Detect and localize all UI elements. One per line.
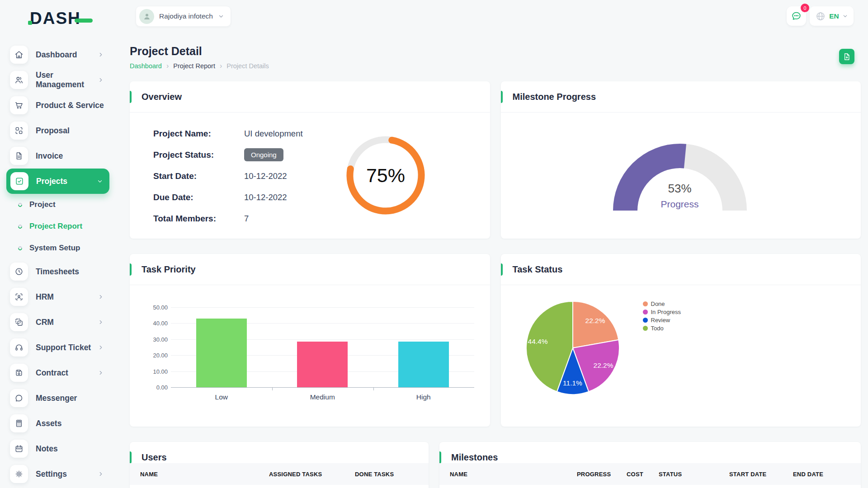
main-content: Project Detail Dashboard › Project Repor…: [122, 33, 868, 488]
column-header: DONE TASKS: [355, 471, 394, 478]
column-header: NAME: [140, 471, 269, 478]
legend-dot: [643, 326, 648, 331]
legend-item-review: Review: [643, 316, 681, 324]
milestone-progress-label: Progress: [613, 199, 747, 210]
milestones-card: Milestones NAME PROGRESS COST STATUS STA…: [439, 442, 861, 488]
sidebar-item-timesheets[interactable]: Timesheets: [0, 259, 122, 284]
pie-slice-label: 11.1%: [563, 379, 582, 387]
legend-label: In Progress: [651, 309, 681, 315]
sidebar-item-proposal[interactable]: Proposal: [0, 118, 122, 143]
breadcrumb-project-report[interactable]: Project Report: [173, 62, 215, 70]
app-logo[interactable]: DASH: [30, 10, 93, 27]
field-project-status: Project Status: Ongoing: [153, 144, 343, 165]
chevron-right-icon: [98, 319, 104, 325]
pie-slice-label: 44.4%: [528, 338, 548, 346]
task-priority-card: Task Priority 50.00 40.00 30.00 20.00 10…: [130, 254, 490, 427]
column-header: NAME: [450, 471, 577, 478]
breadcrumb: Dashboard › Project Report › Project Det…: [130, 62, 861, 70]
export-button[interactable]: [839, 49, 854, 64]
sidebar-item-label: Dashboard: [36, 50, 77, 60]
sidebar-item-invoice[interactable]: Invoice: [0, 143, 122, 169]
x-tick-label: Medium: [272, 393, 373, 401]
messages-button[interactable]: 0: [787, 6, 806, 26]
x-axis-labels: Low Medium High: [171, 393, 474, 401]
logo-dot: [28, 21, 32, 25]
sidebar-item-settings[interactable]: Settings: [0, 461, 122, 487]
chevron-right-icon: [98, 344, 104, 351]
headset-icon: [10, 338, 28, 357]
sidebar-item-assets[interactable]: Assets: [0, 411, 122, 436]
chevron-right-icon: [98, 77, 104, 83]
chevron-down-icon: [97, 178, 103, 184]
bullet-icon: [17, 202, 23, 208]
field-value: 10-12-2022: [244, 171, 287, 181]
sidebar-item-support-ticket[interactable]: Support Ticket: [0, 335, 122, 360]
legend-label: Todo: [651, 325, 664, 332]
sidebar-item-project[interactable]: Project: [0, 194, 122, 216]
company-selector[interactable]: Rajodiya infotech: [136, 6, 231, 27]
sidebar-item-messenger[interactable]: Messenger: [0, 385, 122, 411]
chevron-down-icon: [842, 13, 848, 19]
check-square-icon: [10, 172, 28, 190]
card-title: Task Status: [501, 254, 861, 285]
sidebar-item-label: Invoice: [36, 151, 63, 161]
sidebar-item-label: Messenger: [36, 394, 77, 403]
field-label: Due Date:: [153, 192, 244, 202]
sidebar-item-label: Assets: [36, 419, 61, 428]
completion-donut-chart: 75%: [342, 132, 429, 219]
pie-slice-label: 22.2%: [585, 317, 605, 325]
overlapping-squares-icon: [10, 313, 28, 331]
priority-bar: [398, 342, 449, 387]
sidebar-item-contract[interactable]: Contract: [0, 360, 122, 385]
breadcrumb-current: Project Details: [226, 62, 269, 70]
x-tick-label: High: [373, 393, 474, 401]
app-root: DASH Rajodiya infotech 0 EN: [0, 0, 868, 488]
sidebar-item-project-report[interactable]: Project Report: [0, 216, 122, 237]
invoice-icon: [10, 147, 28, 165]
chevron-right-icon: [98, 52, 104, 58]
sidebar-item-product-service[interactable]: Product & Service: [0, 93, 122, 118]
column-header: START DATE: [729, 471, 793, 478]
legend-item-done: Done: [643, 300, 681, 308]
chevron-separator-icon: ›: [220, 62, 222, 70]
sidebar: Dashboard User Management Product & Serv…: [0, 33, 122, 488]
sidebar-item-label: CRM: [36, 318, 54, 327]
priority-bar: [297, 342, 348, 387]
top-bar: DASH Rajodiya infotech 0 EN: [0, 0, 868, 33]
sidebar-item-label: User Management: [36, 70, 98, 89]
card-title: Milestone Progress: [501, 81, 861, 113]
sidebar-item-label: Project Report: [29, 222, 82, 231]
sidebar-item-label: Proposal: [36, 126, 70, 136]
task-status-pie-chart: 22.2% 22.2% 11.1% 44.4%: [525, 300, 620, 395]
chevron-down-icon: [218, 13, 224, 19]
overview-card: Overview Project Name: UI development Pr…: [130, 81, 490, 239]
field-label: Project Name:: [153, 129, 244, 139]
legend-item-todo: Todo: [643, 324, 681, 332]
sidebar-item-system-setup[interactable]: System Setup: [0, 237, 122, 259]
milestone-progress-card: Milestone Progress 53% Progress: [501, 81, 861, 239]
clock-icon: [10, 263, 28, 281]
milestones-table-header: NAME PROGRESS COST STATUS START DATE END…: [439, 463, 861, 485]
sidebar-item-projects[interactable]: Projects: [6, 169, 109, 194]
language-selector[interactable]: EN: [810, 6, 854, 26]
field-label: Project Status:: [153, 150, 244, 160]
sidebar-item-notes[interactable]: Notes: [0, 436, 122, 461]
chevron-right-icon: [98, 294, 104, 300]
gear-icon: [10, 465, 28, 483]
sidebar-item-crm[interactable]: CRM: [0, 310, 122, 335]
save-icon: [10, 364, 28, 382]
calendar-icon: [10, 440, 28, 458]
field-value: 7: [244, 214, 249, 224]
page-title: Project Detail: [130, 45, 861, 58]
globe-icon: [815, 11, 826, 22]
users-icon: [10, 71, 28, 89]
sidebar-item-dashboard[interactable]: Dashboard: [0, 42, 122, 67]
chevron-right-icon: [98, 370, 104, 376]
axis-baseline: 0.00: [148, 387, 474, 388]
sidebar-item-user-management[interactable]: User Management: [0, 67, 122, 93]
breadcrumb-dashboard[interactable]: Dashboard: [130, 62, 162, 70]
field-due-date: Due Date: 10-12-2022: [153, 187, 343, 208]
company-avatar: [139, 9, 154, 24]
sidebar-item-hrm[interactable]: HRM: [0, 284, 122, 310]
legend-label: Done: [651, 300, 665, 307]
